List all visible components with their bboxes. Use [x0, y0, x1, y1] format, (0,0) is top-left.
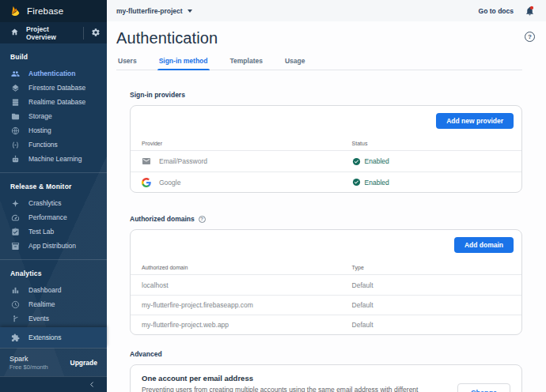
- layers-icon: [11, 84, 20, 92]
- sidebar-item-extensions[interactable]: Extensions: [0, 327, 107, 348]
- advanced-card-body: Preventing users from creating multiple …: [142, 386, 443, 392]
- sidebar-collapse[interactable]: [0, 376, 107, 392]
- sidebar-item-realtime-database[interactable]: Realtime Database: [0, 95, 107, 109]
- providers-heading-text: Sign-in providers: [130, 91, 185, 99]
- sidebar-item-functions[interactable]: Functions: [0, 138, 107, 152]
- domain-name: my-flutterfire-project.web.app: [142, 321, 229, 329]
- notifications-bell-icon[interactable]: [525, 6, 535, 17]
- plan-row: Spark Free $0/month Upgrade: [0, 348, 107, 376]
- column-authorized-domain: Authorized domain: [142, 265, 352, 270]
- sidebar-item-performance[interactable]: Performance: [0, 210, 107, 224]
- firebase-brand[interactable]: Firebase: [0, 0, 107, 22]
- sidebar-item-label: Authentication: [28, 70, 76, 77]
- tab-templates[interactable]: Templates: [229, 55, 264, 70]
- plan-detail: Free $0/month: [9, 364, 70, 371]
- sidebar-item-test-lab[interactable]: Test Lab: [0, 224, 107, 239]
- functions-icon: [11, 141, 20, 149]
- page-title: Authentication: [116, 29, 525, 47]
- sidebar-item-label: Performance: [28, 213, 67, 221]
- add-new-provider-button[interactable]: Add new provider: [436, 113, 514, 129]
- project-name: my-flutterfire-project: [116, 7, 183, 15]
- providers-card: Add new provider Provider Status Email/P…: [130, 105, 522, 193]
- sidebar-item-machine-learning[interactable]: Machine Learning: [0, 152, 107, 166]
- tab-bar: Users Sign-in method Templates Usage: [116, 55, 522, 70]
- people-icon: [11, 70, 20, 78]
- sidebar-item-app-distribution[interactable]: App Distribution: [0, 239, 107, 253]
- domain-row: my-flutterfire-project.firebaseapp.com D…: [131, 295, 521, 315]
- sidebar-item-label: Machine Learning: [28, 155, 82, 163]
- help-icon[interactable]: [199, 216, 206, 223]
- page-content: Sign-in providers Add new provider Provi…: [107, 70, 546, 392]
- status-badge: Enabled: [352, 157, 389, 166]
- advanced-card: One account per email address Preventing…: [130, 364, 522, 392]
- section-title-analytics: Analytics: [0, 260, 107, 283]
- tab-usage[interactable]: Usage: [283, 55, 307, 70]
- sidebar-item-authentication[interactable]: Authentication: [0, 66, 107, 81]
- column-status: Status: [352, 141, 510, 146]
- provider-row-email-password[interactable]: Email/Password Enabled: [131, 151, 521, 172]
- status-text: Enabled: [365, 179, 389, 187]
- column-provider: Provider: [142, 141, 352, 146]
- speedometer-icon: [11, 213, 20, 222]
- column-type: Type: [352, 265, 510, 270]
- providers-table-header: Provider Status: [131, 136, 521, 151]
- tab-users[interactable]: Users: [116, 55, 138, 70]
- sidebar-item-label: Realtime: [28, 300, 55, 308]
- spark-icon: [11, 199, 20, 208]
- upgrade-button[interactable]: Upgrade: [70, 359, 97, 367]
- domains-table-header: Authorized domain Type: [131, 260, 521, 275]
- folder-icon: [11, 112, 20, 121]
- project-selector[interactable]: my-flutterfire-project: [116, 7, 192, 15]
- sidebar-item-label: App Distribution: [28, 242, 76, 250]
- puzzle-icon: [11, 334, 20, 342]
- domains-section-heading: Authorized domains: [130, 215, 522, 223]
- sidebar-item-label: Extensions: [28, 334, 62, 341]
- domains-card: Add domain Authorized domain Type localh…: [130, 229, 522, 335]
- sidebar-item-label: Firestore Database: [28, 84, 85, 92]
- chevron-left-icon: [89, 381, 96, 388]
- title-row: Authentication: [107, 21, 546, 47]
- tab-sign-in-method[interactable]: Sign-in method: [157, 55, 210, 70]
- bar-chart-icon: [11, 286, 20, 295]
- google-icon: [142, 178, 151, 187]
- sidebar-nav: Build Authentication Firestore Database …: [0, 43, 107, 327]
- sidebar-item-dashboard[interactable]: Dashboard: [0, 283, 107, 297]
- project-overview-row[interactable]: Project Overview: [0, 22, 107, 43]
- status-badge: Enabled: [352, 178, 389, 187]
- sidebar-item-firestore-database[interactable]: Firestore Database: [0, 81, 107, 95]
- sidebar-item-label: Functions: [28, 141, 58, 149]
- sidebar-item-realtime[interactable]: Realtime: [0, 297, 107, 311]
- provider-row-google[interactable]: Google Enabled: [131, 172, 521, 192]
- change-button[interactable]: Change: [457, 383, 510, 392]
- domain-row: my-flutterfire-project.web.app Default: [131, 315, 521, 334]
- main-area: my-flutterfire-project Go to docs Authen…: [107, 0, 546, 392]
- providers-section-heading: Sign-in providers: [130, 91, 522, 99]
- sidebar-item-events[interactable]: Events: [0, 311, 107, 326]
- person-icon: [11, 315, 20, 323]
- domain-type: Default: [352, 281, 373, 289]
- check-circle-icon: [352, 178, 361, 187]
- robot-icon: [11, 155, 20, 164]
- chevron-down-icon: [188, 9, 192, 13]
- add-domain-button[interactable]: Add domain: [454, 237, 514, 253]
- domain-type: Default: [352, 301, 373, 309]
- domain-name: my-flutterfire-project.firebaseapp.com: [142, 301, 253, 309]
- sidebar-item-crashlytics[interactable]: Crashlytics: [0, 196, 107, 210]
- home-icon: [10, 28, 19, 38]
- go-to-docs-link[interactable]: Go to docs: [479, 7, 514, 15]
- advanced-heading-text: Advanced: [130, 350, 162, 358]
- sidebar-item-storage[interactable]: Storage: [0, 109, 107, 123]
- box-icon: [11, 242, 20, 251]
- sidebar-item-label: Storage: [28, 112, 52, 120]
- help-icon[interactable]: [525, 32, 535, 42]
- domain-name: localhost: [142, 281, 169, 289]
- check-circle-icon: [352, 157, 361, 166]
- project-overview-label: Project Overview: [26, 25, 69, 41]
- database-icon: [11, 98, 20, 107]
- sidebar: Firebase Project Overview Build Authenti…: [0, 0, 107, 392]
- gear-icon[interactable]: [91, 28, 100, 39]
- sidebar-item-hosting[interactable]: Hosting: [0, 123, 107, 138]
- sidebar-item-label: Crashlytics: [28, 199, 62, 207]
- sidebar-item-label: Events: [28, 315, 49, 322]
- sidebar-item-label: Dashboard: [28, 286, 62, 294]
